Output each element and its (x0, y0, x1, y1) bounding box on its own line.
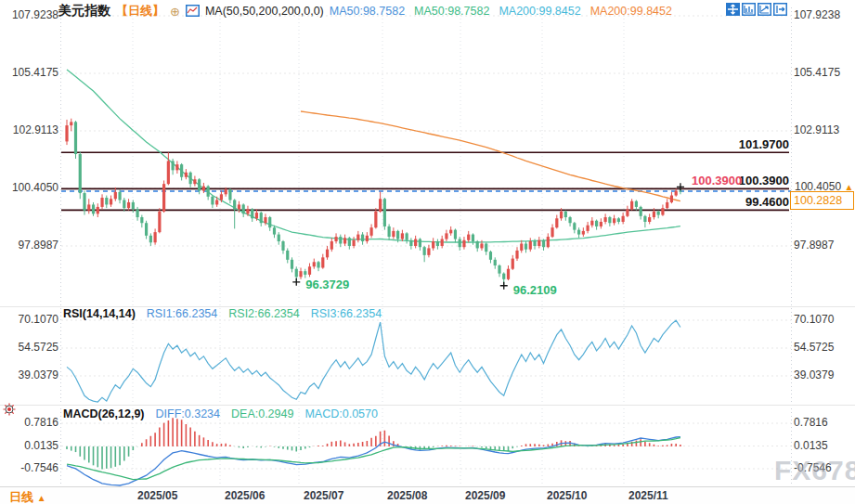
candle-body (454, 230, 457, 239)
candle-body (79, 154, 82, 193)
candle-body (123, 200, 125, 208)
x-axis-month-label: 2025/10 (547, 489, 587, 502)
move-crosshair-icon[interactable] (726, 3, 740, 16)
candle-body (308, 266, 311, 275)
rsi-axis-label-right: 70.1070 (794, 313, 849, 326)
ma-value-label: MA200:99.8452 (499, 5, 580, 18)
candle-body (211, 197, 214, 205)
candle-body (260, 213, 263, 223)
candle-body (520, 243, 523, 250)
candle-body (246, 209, 249, 213)
candle-body (268, 217, 271, 227)
candle-body (427, 248, 430, 254)
period-selector-button[interactable]: 日线 ▲ (9, 489, 46, 504)
price-axis-label-left: 107.9238 (6, 8, 58, 21)
candle-body (640, 207, 642, 216)
x-axis-month-label: 2025/08 (387, 489, 427, 502)
candle-body (149, 236, 152, 242)
candle-body (635, 201, 638, 207)
candle-body (132, 202, 135, 209)
candle-body (175, 164, 178, 170)
candle-body (317, 262, 319, 267)
candle-body (643, 216, 646, 222)
rsi-line (67, 320, 680, 402)
chart-toolbar (726, 3, 787, 16)
candle-body (604, 217, 607, 222)
candle-body (617, 218, 620, 222)
chart-canvas[interactable] (0, 0, 855, 504)
candle-body (238, 204, 240, 209)
candle-body (401, 233, 404, 239)
candle-body (136, 209, 138, 217)
candle-body (158, 212, 161, 232)
candle-body (185, 173, 188, 177)
candle-body (467, 235, 470, 240)
candle-body (369, 227, 372, 236)
ma-value-label: MA50:98.7582 (330, 5, 405, 18)
candle-body (432, 241, 434, 248)
candle-body (423, 247, 426, 255)
price-marker-cross (292, 278, 300, 286)
candle-body (564, 212, 567, 217)
macd-value-label: MACD:0.0570 (304, 407, 378, 420)
candle-body (114, 192, 117, 199)
collapse-panel-icon[interactable] (773, 3, 787, 16)
candle-body (374, 212, 377, 227)
rsi-axis-label-left: 70.1070 (6, 313, 58, 326)
symbol-title: 美元指数 (58, 3, 110, 19)
candle-body (512, 259, 514, 269)
ma-values: MA50:98.7582MA50:98.7582MA200:99.8452MA2… (330, 5, 672, 18)
candle-body (392, 231, 395, 237)
candle-body (352, 240, 355, 246)
candle-body (414, 239, 417, 246)
candle-body (356, 235, 359, 240)
candle-body (330, 241, 333, 250)
price-axis-label-right: 97.8987 (794, 239, 849, 252)
candle-body (339, 237, 342, 243)
candle-body (228, 189, 231, 200)
zoom-out-chart-icon[interactable] (758, 3, 771, 16)
candle-body (657, 212, 660, 215)
candle-body (489, 252, 492, 260)
price-axis-label-left: 105.4175 (6, 66, 58, 79)
candle-body (494, 260, 497, 265)
candle-body (225, 189, 227, 194)
ma-settings-label[interactable]: MA(50,50,200,200,0,0) (205, 5, 324, 18)
candle-body (74, 122, 77, 154)
candle-body (600, 222, 602, 226)
rsi-title[interactable]: RSI(14,14,14) (63, 307, 136, 320)
candle-body (326, 250, 329, 258)
period-tag: 【日线】 (116, 3, 164, 19)
candle-body (679, 191, 681, 192)
candle-body (334, 237, 337, 241)
candle-body (449, 230, 452, 234)
candle-body (480, 243, 483, 248)
candle-body (167, 161, 170, 184)
candle-body (304, 271, 306, 275)
candle-body (273, 227, 276, 234)
candle-body (529, 241, 532, 250)
zoom-in-chart-icon[interactable] (742, 3, 756, 16)
candle-body (366, 236, 369, 241)
candle-body (154, 232, 157, 242)
candle-body (648, 217, 651, 222)
candle-body (198, 179, 201, 190)
rsi-axis-label-right: 54.5725 (794, 341, 849, 354)
macd-title[interactable]: MACD(26,12,9) (63, 407, 145, 420)
macd-axis-label-left: -0.7546 (6, 461, 58, 474)
candle-body (462, 240, 465, 247)
candle-body (573, 223, 576, 229)
candle-body (498, 265, 500, 274)
candle-body (568, 217, 571, 223)
x-axis-month-label: 2025/09 (465, 489, 505, 502)
current-price-box: 100.2828 (790, 191, 854, 210)
candle-body (396, 231, 399, 239)
candle-body (70, 122, 72, 125)
bottom-bar: 日线 ▲ 2025/052025/062025/072025/082025/09… (0, 486, 855, 504)
candle-body (626, 209, 628, 215)
low-annotation: 96.2109 (513, 283, 557, 297)
chart-type-icon[interactable] (186, 5, 200, 18)
add-indicator-icon[interactable]: ⊕ (170, 6, 180, 18)
candle-body (92, 204, 95, 213)
ma-value-label: MA200:99.8452 (590, 5, 672, 18)
